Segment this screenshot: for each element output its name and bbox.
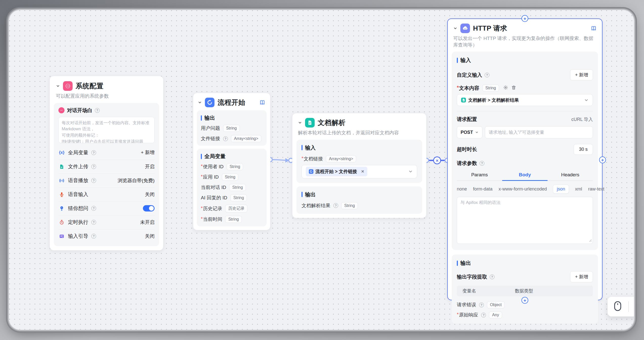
request-params-label: 请求参数 bbox=[457, 160, 477, 167]
body-type-none[interactable]: none bbox=[457, 186, 467, 192]
timeout-label: 超时时长 bbox=[457, 146, 477, 153]
setting-row-global-vars[interactable]: {x} 全局变量 + 新增 bbox=[58, 146, 155, 160]
section-title: 输入 bbox=[457, 57, 593, 64]
chat-opening-icon bbox=[58, 107, 65, 113]
setting-row-voice-input[interactable]: 语音输入 关闭 bbox=[58, 187, 155, 201]
type-chip: String bbox=[225, 216, 242, 223]
help-icon[interactable] bbox=[91, 206, 96, 211]
setting-value: 关闭 bbox=[145, 191, 155, 198]
file-upload-icon bbox=[58, 164, 65, 169]
field-name: 历史记录 bbox=[201, 205, 222, 212]
body-type-form-data[interactable]: form-data bbox=[473, 186, 492, 192]
add-node-port-right[interactable]: + bbox=[599, 157, 606, 163]
node-title: 文档解析 bbox=[318, 118, 346, 127]
collapse-chevron-icon[interactable] bbox=[56, 84, 60, 88]
help-icon[interactable] bbox=[480, 161, 484, 166]
setting-row-file-upload[interactable]: 文件上传 开启 bbox=[58, 160, 155, 174]
setting-label: 语音输入 bbox=[68, 191, 88, 198]
body-type-raw-text[interactable]: raw-text bbox=[588, 186, 604, 192]
body-type-xml[interactable]: xml bbox=[575, 186, 582, 192]
setting-value: 关闭 bbox=[145, 233, 155, 240]
resize-grip-icon[interactable] bbox=[589, 238, 592, 243]
help-icon[interactable] bbox=[91, 164, 96, 169]
section-title: 输出 bbox=[201, 114, 263, 121]
setting-label: 全局变量 bbox=[68, 149, 88, 156]
add-input-button[interactable]: + 新增 bbox=[570, 69, 593, 80]
help-icon[interactable] bbox=[91, 220, 96, 225]
help-icon[interactable] bbox=[91, 178, 96, 183]
docs-book-icon[interactable] bbox=[591, 26, 596, 31]
output-extract-label: 输出字段提取 bbox=[457, 273, 487, 280]
add-node-port-top[interactable]: + bbox=[522, 15, 528, 22]
chevron-down-icon[interactable] bbox=[408, 169, 413, 174]
help-icon[interactable] bbox=[223, 136, 228, 141]
collapse-chevron-icon[interactable] bbox=[453, 26, 457, 30]
help-icon[interactable] bbox=[485, 73, 489, 77]
section-title: 输出 bbox=[457, 260, 593, 267]
setting-row-input-guide[interactable]: 输入引导 关闭 bbox=[58, 229, 155, 243]
field-name: 文档链接 bbox=[302, 156, 323, 162]
add-variable-button[interactable]: + 新增 bbox=[141, 149, 155, 156]
reference-tag[interactable]: 流程开始 > 文件链接 ✕ bbox=[306, 167, 367, 176]
doc-link-select[interactable]: 流程开始 > 文件链接 ✕ bbox=[302, 165, 417, 178]
setting-row-guess-ask[interactable]: 猜你想问 bbox=[58, 201, 155, 215]
global-field-row: 当前时间 String bbox=[201, 216, 263, 223]
collapse-chevron-icon[interactable] bbox=[298, 121, 302, 125]
trash-icon[interactable] bbox=[511, 85, 516, 91]
text-content-select[interactable]: 文档解析 > 文档解析结果 bbox=[457, 94, 593, 106]
help-icon[interactable] bbox=[333, 203, 338, 208]
delete-connection-button[interactable]: ✕ bbox=[433, 157, 441, 164]
node-http-request[interactable]: HTTP HTTP 请求 可以发出一个 HTTP 请求，实现更为复杂的操作（联网… bbox=[447, 18, 603, 300]
help-icon[interactable] bbox=[91, 150, 96, 155]
field-name: AI 回复的 ID bbox=[201, 195, 227, 201]
body-type-json[interactable]: json bbox=[553, 185, 569, 194]
help-icon[interactable] bbox=[479, 303, 484, 307]
help-icon[interactable] bbox=[490, 274, 495, 279]
gear-icon[interactable] bbox=[503, 85, 508, 91]
method-dropdown[interactable]: POST bbox=[457, 126, 482, 138]
setting-row-scheduled-run[interactable]: 定时执行 未开启 bbox=[58, 215, 155, 229]
timeout-value[interactable]: 30 s bbox=[574, 144, 593, 155]
field-name: 文档解析结果 bbox=[302, 202, 330, 209]
flow-canvas[interactable]: ✕ + + + 系统配置 可以配置应用的系统参数 对话开场白 {x bbox=[9, 10, 634, 330]
field-name: 用户问题 bbox=[201, 125, 220, 132]
section-title: 全局变量 bbox=[201, 153, 263, 160]
help-icon[interactable] bbox=[91, 234, 96, 239]
node-doc-parse[interactable]: 文档解析 解析本轮对话上传的文档，并返回对应文档内容 输入 文档链接 Array… bbox=[292, 113, 426, 218]
body-type-urlencoded[interactable]: x-www-form-urlencoded bbox=[499, 186, 547, 192]
field-name: 当前时间 bbox=[201, 216, 222, 223]
doc-parse-icon bbox=[305, 118, 315, 128]
setting-label: 猜你想问 bbox=[68, 205, 88, 212]
collapse-chevron-icon[interactable] bbox=[198, 100, 202, 104]
chevron-down-icon[interactable] bbox=[584, 98, 589, 102]
node-subtitle: 可以配置应用的系统参数 bbox=[50, 91, 163, 99]
type-chip: Array<string> bbox=[231, 135, 261, 142]
toolbar-divider bbox=[628, 301, 629, 312]
add-node-port-bottom[interactable]: + bbox=[522, 297, 528, 304]
url-input[interactable] bbox=[485, 126, 593, 138]
mouse-tool-icon[interactable] bbox=[614, 301, 621, 312]
type-chip: String bbox=[222, 174, 239, 181]
setting-value: 开启 bbox=[145, 163, 155, 170]
remove-tag-icon[interactable]: ✕ bbox=[361, 169, 364, 174]
section-title: 输出 bbox=[302, 191, 417, 198]
tab-headers[interactable]: Headers bbox=[548, 170, 593, 180]
field-name: 当前对话 ID bbox=[201, 184, 226, 191]
flow-start-icon bbox=[205, 98, 214, 107]
node-flow-start[interactable]: 流程开始 输出 用户问题 String 文件链接 Array<string> 全… bbox=[193, 93, 270, 230]
docs-book-icon[interactable] bbox=[260, 100, 265, 105]
body-json-textarea[interactable] bbox=[457, 197, 593, 244]
node-system-config[interactable]: 系统配置 可以配置应用的系统参数 对话开场白 {x} 全局变量 + 新增 bbox=[50, 76, 163, 250]
field-name: 使用者 ID bbox=[201, 163, 224, 170]
setting-label: 输入引导 bbox=[68, 233, 88, 240]
setting-row-voice-broadcast[interactable]: 语音播放 浏览器自带(免费) bbox=[58, 174, 155, 187]
add-output-field-button[interactable]: + 新增 bbox=[570, 271, 593, 282]
tab-body[interactable]: Body bbox=[502, 170, 547, 180]
method-value: POST bbox=[461, 130, 473, 135]
help-icon[interactable] bbox=[481, 313, 486, 317]
tab-params[interactable]: Params bbox=[457, 170, 502, 180]
guess-ask-toggle[interactable] bbox=[143, 205, 155, 211]
opening-textarea[interactable] bbox=[58, 117, 155, 143]
help-icon[interactable] bbox=[95, 108, 100, 113]
curl-import-button[interactable]: cURL 导入 bbox=[571, 116, 593, 122]
